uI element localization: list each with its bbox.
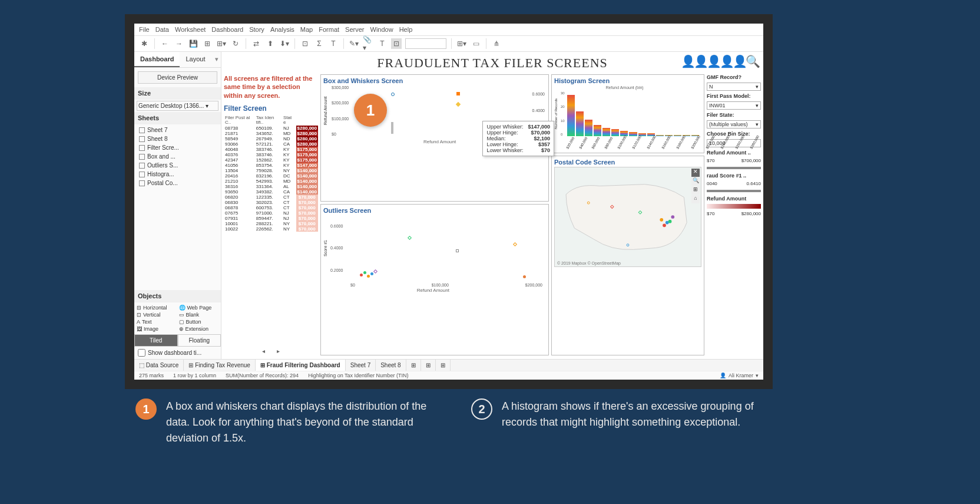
show-me-icon[interactable]: ⊞▾ xyxy=(456,38,467,49)
fit-icon[interactable]: ⊡ xyxy=(391,38,402,49)
object-vertical[interactable]: ⊡Vertical xyxy=(137,312,177,318)
new-dash-icon[interactable]: ⊞▾ xyxy=(216,38,227,49)
tab-sheet7[interactable]: Sheet 7 xyxy=(346,360,376,371)
object-horizontal[interactable]: ⊟Horizontal xyxy=(137,305,177,311)
menu-format[interactable]: Format xyxy=(319,26,339,33)
tab-sheet8[interactable]: Sheet 8 xyxy=(376,360,406,371)
swap-icon[interactable]: ⇄ xyxy=(251,38,261,49)
new-story-icon[interactable]: ⊞ xyxy=(436,360,451,371)
chevron-down-icon[interactable]: ▾ xyxy=(213,52,221,67)
map-home-icon[interactable]: ⌂ xyxy=(691,195,700,203)
histo-ylabel: Number of Records xyxy=(554,91,560,136)
tab-fraud-dashboard[interactable]: ⊞ Fraud Filtering Dashboard xyxy=(256,360,346,371)
sheet-item[interactable]: Sheet 7 xyxy=(137,126,218,134)
fit-dropdown[interactable] xyxy=(405,38,446,49)
label-icon[interactable]: T xyxy=(377,38,388,49)
table-row[interactable]: 40376383746.KY$175,000 xyxy=(224,152,318,157)
menu-worksheet[interactable]: Worksheet xyxy=(175,26,206,33)
table-row[interactable]: 41056853754.KY$147,000 xyxy=(224,163,318,168)
histogram-panel[interactable]: Histogram Screen Number of Records 30201… xyxy=(551,74,704,153)
totals-icon[interactable]: Σ xyxy=(314,38,325,49)
table-row[interactable]: 36316331364.AL$140,000 xyxy=(224,184,318,189)
object-extension[interactable]: ⊕Extension xyxy=(179,326,219,332)
new-worksheet-icon[interactable]: ⊞ xyxy=(406,360,421,371)
refund-slider[interactable] xyxy=(707,167,761,169)
table-row[interactable]: 42347152862.KY$175,000 xyxy=(224,157,318,163)
floating-button[interactable]: Floating xyxy=(178,334,221,347)
fpm-dropdown[interactable]: INW01▾ xyxy=(707,101,761,110)
device-preview-button[interactable]: Device Preview xyxy=(138,71,217,84)
sort-asc-icon[interactable]: ⬆ xyxy=(265,38,276,49)
table-row[interactable]: 13504759028.NY$140,000 xyxy=(224,168,318,173)
map-zoom-icon[interactable]: ⊞ xyxy=(691,186,700,195)
menu-data[interactable]: Data xyxy=(155,26,169,33)
table-row[interactable]: 08738650109.NJ$280,000 xyxy=(224,126,318,131)
map-area[interactable]: ✕ 🔍 ⊞ ⌂ © 2019 Mapbox © OpenStreetMap xyxy=(554,167,701,267)
refresh-icon[interactable]: ↻ xyxy=(230,38,241,49)
gmf-dropdown[interactable]: N▾ xyxy=(707,83,761,91)
postal-panel[interactable]: Postal Code Screen xyxy=(551,156,704,355)
sheet-item[interactable]: Postal Co... xyxy=(137,179,218,187)
object-text[interactable]: AText xyxy=(137,319,177,325)
table-row[interactable]: 07675971000.NJ$70,000 xyxy=(224,210,318,216)
new-dashboard-icon[interactable]: ⊞ xyxy=(421,360,436,371)
table-row[interactable]: 06878600753.CT$70,000 xyxy=(224,205,318,210)
menu-analysis[interactable]: Analysis xyxy=(270,26,294,33)
sort-desc-icon[interactable]: ⬇▾ xyxy=(279,38,290,49)
sheet-item[interactable]: Sheet 8 xyxy=(137,134,218,143)
tiled-button[interactable]: Tiled xyxy=(134,334,178,347)
share-icon[interactable]: ⋔ xyxy=(491,38,502,49)
group-icon[interactable]: ⊡ xyxy=(300,38,310,49)
forward-icon[interactable]: → xyxy=(174,38,184,49)
box-whisker-panel[interactable]: Box and Whiskers Screen Refund Amount $3… xyxy=(320,74,549,202)
show-title-checkbox[interactable] xyxy=(138,349,145,357)
status-user[interactable]: Ali Kramer xyxy=(729,373,753,378)
menu-map[interactable]: Map xyxy=(300,26,313,33)
present-icon[interactable]: ▭ xyxy=(471,38,481,49)
state-dropdown[interactable]: (Multiple values)▾ xyxy=(707,120,761,129)
sheet-item[interactable]: Outliers S... xyxy=(137,161,218,170)
menu-server[interactable]: Server xyxy=(345,26,364,33)
highlight-icon[interactable]: ✎▾ xyxy=(349,38,359,49)
object-image[interactable]: 🖼Image xyxy=(137,326,177,332)
table-row[interactable]: 06820122335.CT$70,000 xyxy=(224,195,318,200)
object-button[interactable]: ▢Button xyxy=(179,319,219,325)
table-row[interactable]: 58549267949.ND$280,000 xyxy=(224,136,318,141)
table-row[interactable]: 10001288221.NY$70,000 xyxy=(224,221,318,226)
back-icon[interactable]: ← xyxy=(160,38,170,49)
outliers-panel[interactable]: Outliers Screen Score #1 0.60000.40000.2… xyxy=(320,204,549,355)
save-icon[interactable]: 💾 xyxy=(188,38,198,49)
filter-table[interactable]: Filer Post al C..Tax Iden tifi..Stat e 0… xyxy=(224,115,318,232)
menu-dashboard[interactable]: Dashboard xyxy=(211,26,243,33)
tab-dashboard[interactable]: Dashboard xyxy=(134,52,180,67)
map-close-icon[interactable]: ✕ xyxy=(691,169,700,177)
pin-icon[interactable]: 📎▾ xyxy=(363,38,373,49)
table-row[interactable]: 10022226562.NY$70,000 xyxy=(224,226,318,232)
object-web-page[interactable]: 🌐Web Page xyxy=(179,305,219,311)
table-scroller[interactable]: ◂▸ xyxy=(224,347,318,355)
abc-icon[interactable]: T xyxy=(328,38,339,49)
table-row[interactable]: 06830302023.CT$70,000 xyxy=(224,200,318,205)
table-row[interactable]: 93066572121.CA$280,000 xyxy=(224,141,318,147)
fraud-slider[interactable] xyxy=(707,190,761,192)
table-row[interactable]: 20416832196.DC$140,000 xyxy=(224,173,318,179)
object-blank[interactable]: ▭Blank xyxy=(179,312,219,318)
menu-file[interactable]: File xyxy=(139,26,150,33)
size-dropdown[interactable]: Generic Desktop (1366... ▾ xyxy=(137,101,218,111)
menu-window[interactable]: Window xyxy=(370,26,393,33)
table-row[interactable]: 93650349382.CA$140,000 xyxy=(224,189,318,195)
tab-data-source[interactable]: ⬚ Data Source xyxy=(134,360,184,371)
table-row[interactable]: 21871343652.MD$280,000 xyxy=(224,131,318,136)
table-row[interactable]: 07931859447.NJ$70,000 xyxy=(224,216,318,221)
table-row[interactable]: 21210542993.MD$140,000 xyxy=(224,179,318,184)
menu-help[interactable]: Help xyxy=(399,26,413,33)
sheet-item[interactable]: Box and ... xyxy=(137,152,218,161)
sheet-item[interactable]: Filter Scre... xyxy=(137,143,218,152)
table-row[interactable]: 40048383746.KY$175,000 xyxy=(224,147,318,152)
sheet-item[interactable]: Histogra... xyxy=(137,170,218,179)
tab-layout[interactable]: Layout xyxy=(180,52,211,67)
tab-finding-tax[interactable]: ⊞ Finding Tax Revenue xyxy=(184,360,256,371)
map-search-icon[interactable]: 🔍 xyxy=(691,177,700,186)
menu-story[interactable]: Story xyxy=(249,26,264,33)
new-sheet-icon[interactable]: ⊞ xyxy=(202,38,213,49)
